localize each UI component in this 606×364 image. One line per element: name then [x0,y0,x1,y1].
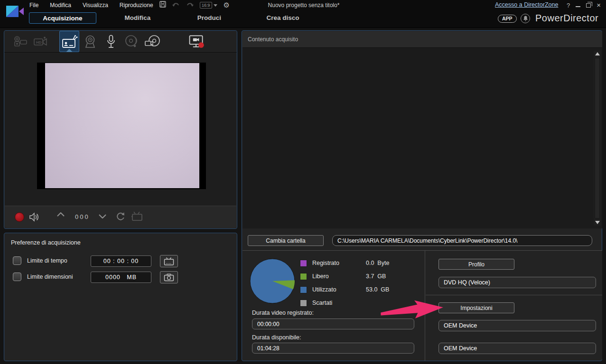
change-folder-button[interactable]: Cambia cartella [248,235,324,246]
record-controls-bar: 000 [5,206,236,228]
size-limit-input[interactable] [91,272,151,283]
tv-snapshot-icon [131,211,143,222]
settings-button[interactable]: Impostazioni [438,302,514,313]
undo-icon[interactable] [172,1,180,9]
content-scrollbar[interactable] [594,51,601,226]
time-limit-input[interactable] [91,255,151,267]
tab-modifica[interactable]: Modifica [109,12,166,24]
camera-icon [164,273,174,282]
channel-up-button[interactable] [57,212,65,217]
tab-acquisizione[interactable]: Acquisizione [29,12,96,24]
capture-panel: HD 000 [4,30,237,229]
tv-signal-icon[interactable] [61,34,78,50]
audio-device-field[interactable]: OEM Device [438,343,596,354]
capture-status-section: Registrato 0.0 Byte Libero 3.7 GB Utiliz… [242,250,602,360]
size-limit-checkbox[interactable] [13,273,21,281]
microphone-icon[interactable] [103,34,120,50]
menu-bar: File Modifica Visualizza Riproduzione [29,0,153,10]
legend-row-scartati: Scartati [300,299,419,307]
scartati-label: Scartati [312,300,332,306]
registrato-label: Registrato [312,260,339,266]
refresh-icon[interactable] [115,211,126,222]
menu-file[interactable]: File [29,2,38,9]
size-limit-label: Limite dimensioni [27,273,73,280]
scrollbar-track[interactable] [595,58,600,218]
capture-folder-row: Cambia cartella [242,228,602,252]
libero-swatch [300,273,307,280]
record-button[interactable] [15,212,24,222]
snapshot-button[interactable] [160,271,178,283]
registrato-swatch [300,260,307,267]
profile-button[interactable]: Profilo [438,259,514,270]
restore-button[interactable] [586,3,591,8]
menu-riproduzione[interactable]: Riproduzione [120,2,153,9]
capture-source-toolbar: HD [4,31,237,53]
profile-divider [426,295,602,295]
legend-row-utilizzato: Utilizzato 53.0 GB [300,286,419,293]
audio-cd-icon[interactable] [123,34,140,50]
recorded-duration-value [252,318,414,329]
libero-value: 3.7 GB [366,273,386,280]
captured-content-header: Contenuto acquisito [242,31,602,48]
captured-content-title: Contenuto acquisito [248,36,298,43]
captured-content-list[interactable] [242,48,602,228]
minimize-button[interactable] [576,3,580,7]
tab-produci[interactable]: Produci [181,12,238,24]
powerdirector-logo [5,4,25,21]
time-limit-checkbox[interactable] [13,256,21,265]
directorzone-link[interactable]: Accesso a DirectorZone [495,1,558,8]
notifications-button[interactable] [521,14,530,23]
video-preview-zone [5,53,236,207]
tv-format-button[interactable] [160,255,178,267]
disk-usage-pie-chart [249,257,296,305]
legend-row-registrato: Registrato 0.0 Byte [300,259,419,267]
registrato-value: 0.0 Byte [366,260,389,266]
profile-value-field[interactable]: DVD HQ (Veloce) [438,277,596,288]
brand-name: PowerDirector [535,13,598,24]
scroll-down-arrow[interactable] [595,221,600,224]
legend-row-libero: Libero 3.7 GB [300,273,419,280]
project-title: Nuovo progetto senza titolo* [228,2,380,9]
speaker-icon[interactable] [29,212,40,222]
capture-preferences-panel: Preferenze di acquisizione Limite di tem… [4,233,237,361]
tab-crea-disco[interactable]: Crea disco [254,12,311,24]
help-button[interactable]: ? [567,2,570,9]
video-device-field[interactable]: OEM Device [438,320,596,331]
utilizzato-value: 53.0 GB [366,286,389,293]
available-duration-label: Durata disponibile: [252,334,301,341]
time-limit-label: Limite di tempo [27,257,67,264]
scroll-up-arrow[interactable] [595,52,600,55]
menu-modifica[interactable]: Modifica [50,2,71,9]
disk-space-area: Registrato 0.0 Byte Libero 3.7 GB Utiliz… [242,251,425,361]
video-preview-frame [37,63,206,189]
aspect-ratio-selector[interactable]: 16:9 [200,2,217,9]
recorded-duration-label: Durata video registrato: [252,309,314,316]
utilizzato-label: Utilizzato [312,286,336,293]
hd-camcorder-icon[interactable]: HD [33,34,50,50]
channel-number: 000 [75,213,90,220]
redo-icon[interactable] [186,1,194,9]
live-video-feed [45,63,199,188]
tv-icon [164,257,174,265]
webcam-icon[interactable] [82,34,99,50]
captured-content-panel: Contenuto acquisito Cambia cartella Regi… [242,30,602,361]
preferences-title: Preferenze di acquisizione [11,239,81,246]
libero-label: Libero [312,273,329,280]
selected-source-pointer [66,49,73,52]
channel-down-button[interactable] [99,214,106,218]
utilizzato-swatch [300,286,307,293]
app-badge-button[interactable]: APP [498,15,517,23]
title-bar: File Modifica Visualizza Riproduzione 16… [0,0,606,10]
capture-folder-path[interactable] [332,235,592,246]
aspect-ratio-value: 16:9 [200,2,212,9]
profile-area: Profilo DVD HQ (Veloce) Impostazioni OEM… [426,251,602,361]
dvd-camcorder-icon[interactable] [144,34,161,50]
save-icon[interactable] [159,1,166,9]
close-button[interactable]: × [597,2,601,9]
dv-camcorder-icon[interactable] [12,34,29,50]
svg-text:HD: HD [36,40,42,45]
available-duration-value [252,343,414,354]
chevron-down-icon [214,4,217,7]
menu-visualizza[interactable]: Visualizza [83,2,108,9]
screen-record-icon[interactable] [188,34,205,50]
